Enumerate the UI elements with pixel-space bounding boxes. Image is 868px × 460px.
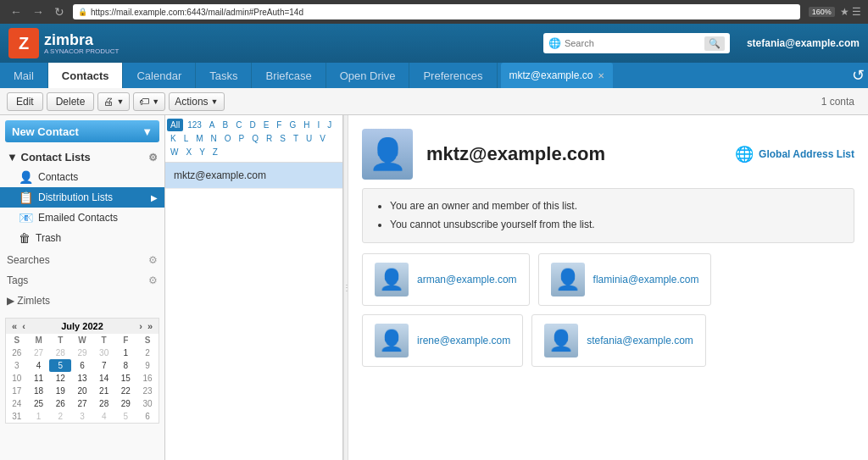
alpha-btn-J[interactable]: J <box>324 119 335 131</box>
alpha-btn-X[interactable]: X <box>182 146 195 158</box>
cal-day[interactable]: 25 <box>28 397 50 410</box>
sidebar-item-trash[interactable]: 🗑 Trash <box>0 228 164 248</box>
cal-day[interactable]: 7 <box>93 359 115 372</box>
tags-header[interactable]: Tags ⚙ <box>0 270 164 291</box>
cal-day[interactable]: 30 <box>136 397 159 410</box>
cal-day[interactable]: 4 <box>28 359 50 372</box>
cal-day[interactable]: 23 <box>136 385 159 397</box>
alpha-btn-V[interactable]: V <box>316 132 329 145</box>
contact-lists-header[interactable]: ▼ Contact Lists ⚙ <box>0 147 164 167</box>
cal-day[interactable]: 14 <box>93 372 115 385</box>
alpha-btn-G[interactable]: G <box>286 119 299 131</box>
cal-day[interactable]: 20 <box>71 385 93 397</box>
cal-day[interactable]: 29 <box>115 397 137 410</box>
close-tab-button[interactable]: ✕ <box>598 71 604 80</box>
tag-dropdown[interactable]: 🏷 ▼ <box>133 92 165 111</box>
cal-prev-prev[interactable]: « <box>9 321 19 331</box>
cal-day[interactable]: 29 <box>71 346 93 359</box>
member-card[interactable]: 👤 flaminia@example.com <box>538 253 712 306</box>
alpha-btn-A[interactable]: A <box>206 119 219 131</box>
alpha-btn-K[interactable]: K <box>167 132 180 145</box>
searches-gear-icon[interactable]: ⚙ <box>148 254 158 266</box>
member-card[interactable]: 👤 irene@example.com <box>362 314 523 367</box>
tags-gear-icon[interactable]: ⚙ <box>148 274 158 286</box>
cal-day[interactable]: 1 <box>115 346 137 359</box>
cal-day[interactable]: 9 <box>136 359 159 372</box>
alpha-btn-E[interactable]: E <box>260 119 273 131</box>
new-contact-button[interactable]: New Contact ▼ <box>5 120 159 142</box>
alpha-btn-123[interactable]: 123 <box>184 119 205 131</box>
cal-day[interactable]: 5 <box>115 410 137 423</box>
tab-briefcase[interactable]: Briefcase <box>252 63 326 88</box>
cal-day[interactable]: 18 <box>28 385 50 397</box>
cal-day[interactable]: 16 <box>136 372 159 385</box>
alpha-btn-H[interactable]: H <box>300 119 313 131</box>
cal-day[interactable]: 27 <box>71 397 93 410</box>
cal-day[interactable]: 24 <box>6 397 28 410</box>
alpha-btn-D[interactable]: D <box>246 119 259 131</box>
cal-day[interactable]: 10 <box>6 372 28 385</box>
alpha-btn-Z[interactable]: Z <box>209 146 221 158</box>
cal-day[interactable]: 6 <box>71 359 93 372</box>
back-button[interactable]: ← <box>7 3 25 20</box>
cal-day[interactable]: 22 <box>115 385 137 397</box>
cal-day[interactable]: 27 <box>28 346 50 359</box>
cal-day[interactable]: 26 <box>6 346 28 359</box>
alpha-btn-I[interactable]: I <box>314 119 323 131</box>
alpha-btn-N[interactable]: N <box>208 132 220 145</box>
cal-day[interactable]: 28 <box>49 346 71 359</box>
cal-day[interactable]: 3 <box>71 410 93 423</box>
cal-day[interactable]: 19 <box>49 385 71 397</box>
cal-day[interactable]: 4 <box>93 410 115 423</box>
alpha-btn-All[interactable]: All <box>167 119 183 131</box>
search-button[interactable]: 🔍 <box>704 36 725 51</box>
search-box[interactable]: 🌐 🔍 <box>543 33 730 53</box>
alpha-btn-U[interactable]: U <box>303 132 315 145</box>
alpha-btn-B[interactable]: B <box>219 119 231 131</box>
cal-day[interactable]: 3 <box>6 359 28 372</box>
cal-prev[interactable]: ‹ <box>19 321 28 331</box>
alpha-btn-Y[interactable]: Y <box>196 146 209 158</box>
cal-day[interactable]: 31 <box>6 410 28 423</box>
tab-open-drive[interactable]: Open Drive <box>326 63 410 88</box>
cal-day[interactable]: 12 <box>49 372 71 385</box>
alpha-btn-W[interactable]: W <box>167 146 181 158</box>
tab-preferences[interactable]: Preferences <box>409 63 497 88</box>
cal-day[interactable]: 6 <box>136 410 159 423</box>
alpha-btn-T[interactable]: T <box>290 132 302 145</box>
searches-header[interactable]: Searches ⚙ <box>0 250 164 270</box>
alpha-btn-L[interactable]: L <box>181 132 192 145</box>
cal-day[interactable]: 8 <box>115 359 137 372</box>
sidebar-item-distribution[interactable]: 📋 Distribution Lists ▶ <box>0 187 164 208</box>
alpha-btn-M[interactable]: M <box>192 132 206 145</box>
cal-day[interactable]: 11 <box>28 372 50 385</box>
cal-next-next[interactable]: » <box>145 321 155 331</box>
cal-day[interactable]: 26 <box>49 397 71 410</box>
sidebar-item-emailed[interactable]: 📧 Emailed Contacts <box>0 208 164 228</box>
cal-day[interactable]: 2 <box>49 410 71 423</box>
cal-day[interactable]: 17 <box>6 385 28 397</box>
address-bar[interactable]: 🔒 https://mail.example.com:6443/mail/adm… <box>73 4 800 19</box>
cal-day[interactable]: 21 <box>93 385 115 397</box>
nav-end-icon[interactable]: ↺ <box>852 63 868 88</box>
cal-next[interactable]: › <box>136 321 145 331</box>
member-card[interactable]: 👤 stefania@example.com <box>531 314 706 367</box>
print-dropdown[interactable]: 🖨 ▼ <box>97 92 130 111</box>
edit-button[interactable]: Edit <box>7 92 43 111</box>
refresh-button[interactable]: ↻ <box>51 3 68 20</box>
contact-lists-gear-icon[interactable]: ⚙ <box>148 152 158 163</box>
member-card[interactable]: 👤 arman@example.com <box>362 253 530 306</box>
alpha-btn-C[interactable]: C <box>232 119 245 131</box>
alpha-btn-S[interactable]: S <box>276 132 289 145</box>
cal-day[interactable]: 1 <box>28 410 50 423</box>
tab-calendar[interactable]: Calendar <box>123 63 196 88</box>
cal-day[interactable]: 15 <box>115 372 137 385</box>
cal-day[interactable]: 30 <box>93 346 115 359</box>
tab-mail[interactable]: Mail <box>0 63 48 88</box>
cal-day[interactable]: 28 <box>93 397 115 410</box>
open-contact-tab[interactable]: mktz@example.co ✕ <box>501 63 614 88</box>
forward-button[interactable]: → <box>29 3 47 20</box>
cal-day[interactable]: 2 <box>136 346 159 359</box>
alpha-btn-R[interactable]: R <box>263 132 275 145</box>
zimlets-header[interactable]: ▶ Zimlets <box>0 291 164 311</box>
